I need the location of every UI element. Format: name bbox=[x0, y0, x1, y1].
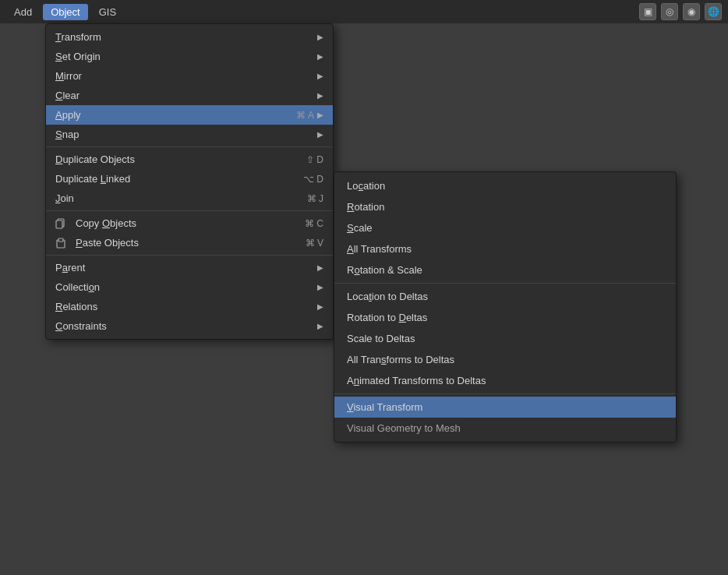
clear-arrow-icon: ▶ bbox=[317, 91, 323, 100]
constraints-arrow-icon: ▶ bbox=[317, 322, 323, 330]
menu-item-parent[interactable]: Parent ▶ bbox=[46, 258, 333, 277]
copy-objects-shortcut: ⌘ C bbox=[305, 218, 323, 229]
viewport-shading-world-icon[interactable]: 🌐 bbox=[705, 3, 722, 20]
set-origin-arrow-icon: ▶ bbox=[317, 52, 323, 61]
submenu-item-animated-transforms-to-deltas[interactable]: Animated Transforms to Deltas bbox=[334, 370, 676, 391]
scale-label: Scale bbox=[347, 222, 373, 234]
parent-label: Parent bbox=[55, 262, 314, 273]
transform-arrow-icon: ▶ bbox=[317, 33, 323, 41]
separator-2 bbox=[46, 210, 333, 211]
submenu-item-rotation[interactable]: Rotation bbox=[334, 196, 676, 217]
viewport-shading-solid-icon[interactable]: ▣ bbox=[639, 3, 656, 20]
duplicate-objects-label: Duplicate Objects bbox=[55, 153, 291, 165]
submenu-item-rotation-scale[interactable]: Rotation & Scale bbox=[334, 259, 676, 280]
viewport-shading-render-icon[interactable]: ◎ bbox=[661, 3, 678, 20]
menu-item-apply[interactable]: Apply ⌘ A ▶ bbox=[46, 105, 333, 125]
relations-label: Relations bbox=[55, 301, 314, 312]
snap-arrow-icon: ▶ bbox=[317, 130, 323, 139]
menu-item-duplicate-linked[interactable]: Duplicate Linked ⌥ D bbox=[46, 169, 333, 189]
menu-item-duplicate-objects[interactable]: Duplicate Objects ⇧ D bbox=[46, 150, 333, 169]
submenu-item-scale[interactable]: Scale bbox=[334, 217, 676, 238]
menu-item-collection[interactable]: Collection ▶ bbox=[46, 277, 333, 297]
submenu-item-location[interactable]: Location bbox=[334, 175, 676, 196]
join-label: Join bbox=[55, 192, 292, 204]
duplicate-objects-shortcut: ⇧ D bbox=[306, 154, 323, 165]
location-label: Location bbox=[347, 180, 385, 192]
svg-rect-1 bbox=[56, 220, 62, 228]
menu-item-copy-objects[interactable]: Copy Objects ⌘ C bbox=[46, 213, 333, 233]
object-menu-button[interactable]: Object bbox=[43, 4, 88, 20]
relations-arrow-icon: ▶ bbox=[317, 302, 323, 311]
rotation-scale-label: Rotation & Scale bbox=[347, 264, 422, 276]
top-right-icons: ▣ ◎ ◉ 🌐 bbox=[639, 3, 722, 20]
mirror-arrow-icon: ▶ bbox=[317, 72, 323, 80]
viewport-shading-material-icon[interactable]: ◉ bbox=[683, 3, 700, 20]
transform-label: Transform bbox=[55, 31, 314, 43]
menu-item-relations[interactable]: Relations ▶ bbox=[46, 297, 333, 316]
menu-item-set-origin[interactable]: Set Origin ▶ bbox=[46, 47, 333, 66]
copy-icon bbox=[55, 218, 71, 229]
collection-arrow-icon: ▶ bbox=[317, 283, 323, 291]
menu-item-constraints[interactable]: Constraints ▶ bbox=[46, 316, 333, 336]
duplicate-linked-shortcut: ⌥ D bbox=[303, 174, 323, 185]
duplicate-linked-label: Duplicate Linked bbox=[55, 173, 288, 185]
submenu-item-visual-transform[interactable]: Visual Transform bbox=[334, 397, 676, 418]
submenu-item-rotation-to-deltas[interactable]: Rotation to Deltas bbox=[334, 307, 676, 328]
menu-item-join[interactable]: Join ⌘ J bbox=[46, 189, 333, 208]
submenu-separator-1 bbox=[334, 283, 676, 284]
visual-geometry-to-mesh-label: Visual Geometry to Mesh bbox=[347, 422, 461, 434]
rotation-label: Rotation bbox=[347, 201, 384, 213]
paste-objects-label: Paste Objects bbox=[76, 237, 290, 249]
location-to-deltas-label: Location to Deltas bbox=[347, 291, 428, 302]
apply-shortcut: ⌘ A bbox=[296, 110, 314, 121]
submenu-item-all-transforms-to-deltas[interactable]: All Transforms to Deltas bbox=[334, 349, 676, 370]
submenu-item-visual-geometry-to-mesh[interactable]: Visual Geometry to Mesh bbox=[334, 418, 676, 439]
all-transforms-label: All Transforms bbox=[347, 243, 412, 255]
copy-objects-label: Copy Objects bbox=[76, 217, 289, 229]
top-bar: Add Object GIS ▣ ◎ ◉ 🌐 bbox=[0, 0, 728, 23]
join-shortcut: ⌘ J bbox=[307, 193, 323, 204]
snap-label: Snap bbox=[55, 129, 314, 140]
add-menu-button[interactable]: Add bbox=[6, 4, 40, 20]
rotation-to-deltas-label: Rotation to Deltas bbox=[347, 312, 427, 323]
submenu-separator-2 bbox=[334, 393, 676, 394]
menu-item-snap[interactable]: Snap ▶ bbox=[46, 125, 333, 144]
collection-label: Collection bbox=[55, 281, 314, 293]
menu-item-transform[interactable]: Transform ▶ bbox=[46, 27, 333, 47]
submenu-item-scale-to-deltas[interactable]: Scale to Deltas bbox=[334, 328, 676, 349]
submenu-item-location-to-deltas[interactable]: Location to Deltas bbox=[334, 286, 676, 307]
apply-arrow-icon: ▶ bbox=[317, 111, 323, 119]
visual-transform-label: Visual Transform bbox=[347, 401, 422, 413]
submenu-item-all-transforms[interactable]: All Transforms bbox=[334, 238, 676, 259]
paste-icon bbox=[55, 238, 71, 249]
apply-label: Apply bbox=[55, 109, 281, 121]
svg-rect-3 bbox=[58, 238, 63, 242]
separator-1 bbox=[46, 146, 333, 147]
menu-item-clear[interactable]: Clear ▶ bbox=[46, 86, 333, 105]
apply-submenu: Location Rotation Scale All Transforms R… bbox=[334, 171, 677, 443]
parent-arrow-icon: ▶ bbox=[317, 263, 323, 272]
object-menu: Transform ▶ Set Origin ▶ Mirror ▶ Clear … bbox=[45, 23, 334, 340]
animated-transforms-to-deltas-label: Animated Transforms to Deltas bbox=[347, 375, 486, 386]
all-transforms-to-deltas-label: All Transforms to Deltas bbox=[347, 354, 454, 365]
set-origin-label: Set Origin bbox=[55, 51, 314, 62]
scale-to-deltas-label: Scale to Deltas bbox=[347, 333, 415, 344]
gis-menu-button[interactable]: GIS bbox=[91, 4, 124, 20]
menu-item-mirror[interactable]: Mirror ▶ bbox=[46, 66, 333, 86]
paste-objects-shortcut: ⌘ V bbox=[306, 238, 323, 249]
menu-item-paste-objects[interactable]: Paste Objects ⌘ V bbox=[46, 233, 333, 252]
mirror-label: Mirror bbox=[55, 70, 314, 82]
separator-3 bbox=[46, 255, 333, 256]
clear-label: Clear bbox=[55, 90, 314, 101]
constraints-label: Constraints bbox=[55, 320, 314, 332]
